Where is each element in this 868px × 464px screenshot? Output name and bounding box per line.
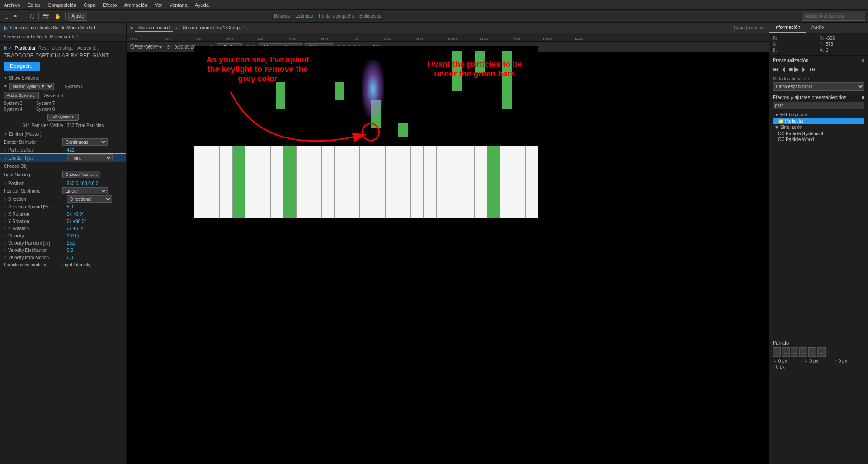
- align-justify-btn[interactable]: ≡: [799, 347, 807, 357]
- wk: [220, 146, 232, 218]
- velocity-expand[interactable]: ▷: [4, 234, 6, 238]
- z-rotation-expand[interactable]: ▷: [4, 227, 6, 231]
- wk: [297, 146, 309, 218]
- app-toolbar: ◻ ✒ T ⬡ 📷 ✋ Ajuste Básicos Estándar Pant…: [0, 10, 868, 23]
- preview-controls: ⏮ ⏴ ■ ▶ ⏵ ⏭: [773, 66, 864, 73]
- particles-sec-value: 421: [67, 147, 123, 152]
- preview-stop[interactable]: ■: [789, 66, 793, 73]
- menu-efecto[interactable]: Efecto: [103, 2, 117, 8]
- presets-header: Efectos y ajustes preestablecidos ≡: [773, 95, 864, 100]
- x-value: -366: [826, 36, 865, 41]
- presets-menu-icon[interactable]: ≡: [862, 95, 864, 100]
- particles-sec-expand[interactable]: ▷: [4, 148, 6, 152]
- preview-skip-end[interactable]: ⏭: [809, 66, 816, 73]
- preset-cc-systems[interactable]: CC Particle Systems II: [773, 131, 864, 137]
- show-systems-header[interactable]: ▼ Show Systems: [0, 74, 126, 82]
- y-label: Y:: [820, 42, 824, 47]
- licensing-link[interactable]: Licensing...: [52, 46, 75, 51]
- position-expand[interactable]: ▷: [4, 181, 6, 185]
- ruler-500: 500: [289, 37, 296, 41]
- preset-particular-item[interactable]: 📁 Particular: [773, 118, 864, 124]
- emitter-type-select[interactable]: Point: [67, 154, 113, 161]
- preview-skip-start[interactable]: ⏮: [773, 66, 779, 73]
- all-systems-button[interactable]: All Systems: [47, 114, 79, 121]
- z-rotation-label: Z Rotation: [8, 226, 67, 231]
- search-input[interactable]: [802, 12, 865, 21]
- green-bar-2: [335, 82, 344, 100]
- emitter-section-header[interactable]: ▼ Emitter (Master): [0, 130, 126, 138]
- tab-screen-record-comp[interactable]: Screen record.mp4 Comp. 1: [179, 24, 249, 32]
- ruler-800: 800: [384, 37, 391, 41]
- indent-top: ↕ 0 px: [835, 359, 864, 364]
- align-right-btn[interactable]: ≡: [791, 347, 799, 357]
- wk: [360, 146, 373, 218]
- presets-section: Efectos y ajustes preestablecidos ≡ ▼ RG…: [769, 93, 868, 144]
- choose-obj-label: Choose Obj: [4, 164, 62, 169]
- plugin-fx-label: fx ✓: [4, 46, 12, 51]
- presets-search[interactable]: [773, 102, 864, 109]
- x-rotation-expand[interactable]: ▷: [4, 212, 6, 216]
- menu-editar[interactable]: Editar: [28, 2, 41, 8]
- toolbar-select-icon[interactable]: ◻: [3, 12, 10, 20]
- menu-ayuda[interactable]: Ayuda: [195, 2, 209, 8]
- system8-label: System 8: [36, 107, 55, 112]
- align-center-btn[interactable]: ≡: [782, 347, 790, 357]
- rest-link[interactable]: Rest.: [38, 46, 49, 51]
- particles-modifier-label: Particles/sec modifier: [4, 262, 62, 267]
- particles-sec-label: Particles/sec: [8, 147, 67, 152]
- fx-icon: fx: [4, 25, 8, 31]
- tab-screen-record[interactable]: Screen record: [135, 24, 173, 32]
- red-circle: [362, 123, 380, 141]
- menu-animacion[interactable]: Animación: [124, 2, 147, 8]
- menu-composicion[interactable]: Composición: [47, 2, 76, 8]
- menu-capa[interactable]: Capa: [84, 2, 95, 8]
- preset-cc-world[interactable]: CC Particle World: [773, 137, 864, 142]
- preset-rg-trapcode[interactable]: ▼ RG Trapcode: [773, 111, 864, 118]
- emitter-behavior-select[interactable]: Continuous: [62, 138, 108, 146]
- toolbar-pen-icon[interactable]: ✒: [12, 12, 19, 20]
- menu-ventana[interactable]: Ventana: [169, 2, 187, 8]
- add-system-button[interactable]: Add a System...: [4, 92, 39, 99]
- align-last-btn[interactable]: ≡: [808, 347, 816, 357]
- preview-step-fwd[interactable]: ⏵: [801, 66, 807, 73]
- tab-informacion[interactable]: Información: [769, 23, 806, 33]
- particles-modifier-value: Light Intensity: [62, 262, 123, 267]
- toolbar-sep-1: [38, 12, 39, 20]
- velocity-dist-expand[interactable]: ▷: [4, 248, 6, 252]
- toolbar-hand-icon[interactable]: ✋: [53, 12, 62, 20]
- systems-grid: 👁 Master System ▼ System 5 Add a System.…: [0, 82, 126, 122]
- ruler-marks: 00s 100 200 300 400 500 600 700 800 900 …: [127, 33, 769, 41]
- method-select[interactable]: Barra espaciadora: [773, 82, 864, 91]
- direction-spread-expand[interactable]: ▷: [4, 205, 6, 209]
- menu-archivo[interactable]: Archivo: [4, 2, 20, 8]
- wk: [475, 146, 487, 218]
- toolbar-camera-icon[interactable]: 📷: [42, 12, 51, 20]
- preset-simulacion[interactable]: ▼ Simulación: [773, 124, 864, 131]
- ajuste-button[interactable]: Ajuste: [68, 12, 87, 21]
- designer-button[interactable]: Designer...: [4, 62, 40, 71]
- menu-ver[interactable]: Ver: [155, 2, 162, 8]
- toolbar-text-icon[interactable]: T: [21, 12, 27, 20]
- wk: [386, 146, 398, 218]
- acerca-link[interactable]: Acerca d...: [77, 46, 99, 51]
- velocity-value: 1031,0: [67, 233, 123, 238]
- direction-expand[interactable]: ▷: [4, 197, 6, 201]
- tab-audio[interactable]: Audio: [806, 23, 829, 33]
- wk: [500, 146, 513, 218]
- direction-select[interactable]: Directional: [67, 195, 112, 203]
- preview-menu-icon[interactable]: ≡: [862, 57, 864, 63]
- preview-play[interactable]: ▶: [794, 66, 799, 73]
- velocity-random-expand[interactable]: ▷: [4, 241, 6, 245]
- master-system-select[interactable]: Master System ▼: [9, 83, 54, 90]
- align-full-btn[interactable]: ≡: [817, 347, 826, 357]
- choose-names-button[interactable]: Choose Names...: [62, 171, 100, 178]
- position-subframe-select[interactable]: Linear: [62, 187, 108, 194]
- preview-step-back[interactable]: ⏴: [781, 66, 787, 73]
- y-rotation-expand[interactable]: ▷: [4, 219, 6, 223]
- toolbar-shape-icon[interactable]: ⬡: [28, 12, 36, 20]
- preset-rg-expand: ▼: [774, 112, 780, 117]
- align-left-btn[interactable]: ≡: [773, 347, 781, 357]
- standard-label: Estándar: [295, 14, 313, 19]
- paragraph-menu-icon[interactable]: ≡: [862, 340, 864, 346]
- velocity-motion-expand[interactable]: ▷: [4, 256, 6, 260]
